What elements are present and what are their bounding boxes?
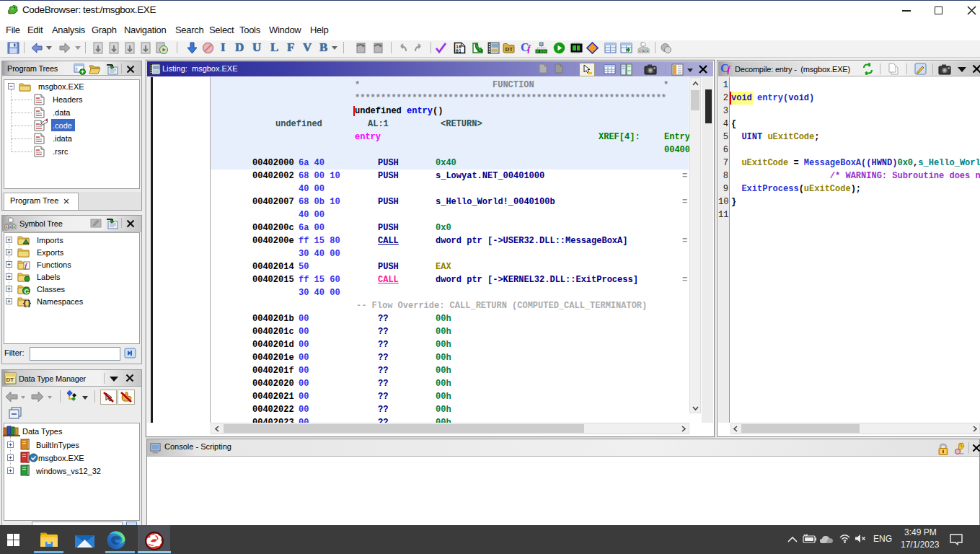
svg-text:{}: {}	[22, 299, 31, 307]
svg-text:01: 01	[456, 48, 462, 54]
svg-text:DT: DT	[506, 46, 513, 53]
svg-text:DT: DT	[6, 377, 14, 383]
svg-text:C: C	[25, 288, 30, 295]
